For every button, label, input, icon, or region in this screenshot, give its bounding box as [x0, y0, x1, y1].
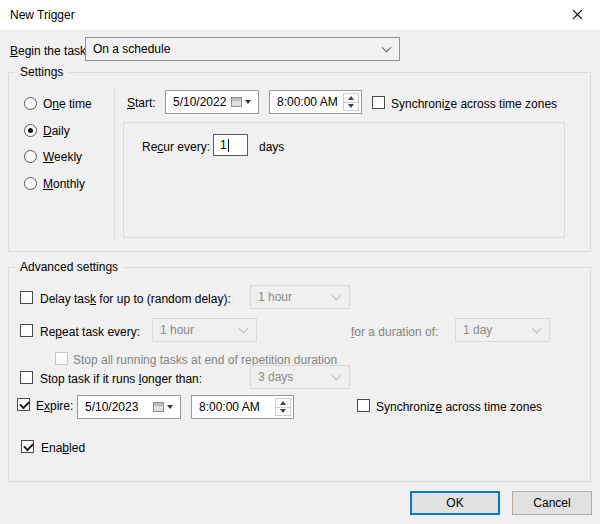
sync-timezones-checkbox-expire[interactable] — [357, 399, 370, 412]
chevron-down-icon — [532, 324, 542, 334]
radio-weekly-label[interactable]: Weekly — [43, 150, 82, 164]
window-title: New Trigger — [10, 8, 75, 22]
start-date-picker[interactable]: 5/10/2022 — [165, 90, 259, 114]
stop-task-duration-select: 3 days — [250, 365, 350, 389]
settings-legend: Settings — [15, 65, 68, 79]
chevron-down-icon — [382, 43, 392, 53]
expire-date-picker[interactable]: 5/10/2023 — [77, 395, 181, 419]
settings-divider — [114, 88, 115, 240]
titlebar[interactable]: New Trigger — [0, 0, 600, 30]
delay-duration-value: 1 hour — [258, 290, 292, 304]
stop-task-duration-value: 3 days — [258, 370, 293, 384]
enabled-checkbox[interactable] — [21, 440, 34, 453]
spin-down-icon[interactable] — [276, 408, 290, 416]
new-trigger-dialog: New Trigger Begin the task: On a schedul… — [0, 0, 600, 524]
radio-daily[interactable] — [24, 124, 37, 137]
enabled-label[interactable]: Enabled — [41, 441, 85, 455]
time-spinner-buttons[interactable] — [275, 398, 291, 416]
radio-weekly[interactable] — [24, 150, 37, 163]
cancel-button[interactable]: Cancel — [512, 491, 592, 515]
sync-timezones-label-start[interactable]: Synchronize across time zones — [391, 97, 557, 111]
stop-task-label[interactable]: Stop task if it runs longer than: — [40, 372, 202, 386]
recur-every-value: 1 — [220, 138, 227, 152]
delay-task-label[interactable]: Delay task for up to (random delay): — [40, 292, 231, 306]
stop-all-tasks-checkbox — [55, 352, 68, 365]
repeat-duration-select: 1 day — [455, 318, 550, 342]
spin-up-icon[interactable] — [344, 94, 358, 103]
repeat-duration-value: 1 day — [463, 323, 492, 337]
sync-timezones-checkbox-start[interactable] — [372, 96, 385, 109]
start-label: Start: — [127, 96, 156, 110]
close-icon — [572, 9, 583, 20]
recur-every-input[interactable]: 1 — [213, 134, 248, 156]
expire-time-spinner[interactable]: 8:00:00 AM — [191, 395, 294, 419]
chevron-down-icon — [332, 371, 342, 381]
chevron-down-icon — [239, 324, 249, 334]
calendar-dropdown-icon[interactable] — [153, 402, 173, 412]
repeat-interval-select: 1 hour — [152, 318, 257, 342]
radio-one-time-label[interactable]: One time — [43, 97, 92, 111]
repeat-duration-label: for a duration of: — [351, 325, 438, 339]
expire-date-value: 5/10/2023 — [85, 400, 138, 414]
recur-unit-label: days — [259, 140, 284, 154]
recur-every-label: Recur every: — [142, 140, 210, 154]
radio-monthly[interactable] — [24, 177, 37, 190]
repeat-interval-value: 1 hour — [160, 323, 194, 337]
time-spinner-buttons[interactable] — [343, 93, 359, 111]
stop-task-checkbox[interactable] — [20, 371, 33, 384]
radio-daily-label[interactable]: Daily — [43, 124, 70, 138]
begin-task-label: Begin the task: — [10, 44, 89, 58]
start-date-value: 5/10/2022 — [173, 95, 226, 109]
spin-down-icon[interactable] — [344, 103, 358, 111]
expire-checkbox[interactable] — [17, 398, 30, 411]
repeat-task-label[interactable]: Repeat task every: — [40, 325, 140, 339]
begin-task-value: On a schedule — [93, 42, 170, 56]
expire-label[interactable]: Expire: — [36, 399, 73, 413]
radio-monthly-label[interactable]: Monthly — [43, 177, 85, 191]
ok-button[interactable]: OK — [410, 491, 500, 515]
begin-task-select[interactable]: On a schedule — [85, 37, 400, 61]
text-cursor — [228, 139, 229, 152]
sync-timezones-label-expire[interactable]: Synchronize across time zones — [376, 400, 542, 414]
delay-duration-select: 1 hour — [250, 285, 350, 309]
calendar-dropdown-icon[interactable] — [231, 97, 251, 107]
delay-task-checkbox[interactable] — [20, 291, 33, 304]
start-time-spinner[interactable]: 8:00:00 AM — [269, 90, 362, 114]
expire-time-value: 8:00:00 AM — [199, 400, 260, 414]
radio-one-time[interactable] — [24, 97, 37, 110]
spin-up-icon[interactable] — [276, 399, 290, 408]
repeat-task-checkbox[interactable] — [20, 324, 33, 337]
advanced-settings-legend: Advanced settings — [15, 260, 123, 274]
chevron-down-icon — [332, 291, 342, 301]
start-time-value: 8:00:00 AM — [277, 95, 338, 109]
close-button[interactable] — [555, 0, 600, 29]
